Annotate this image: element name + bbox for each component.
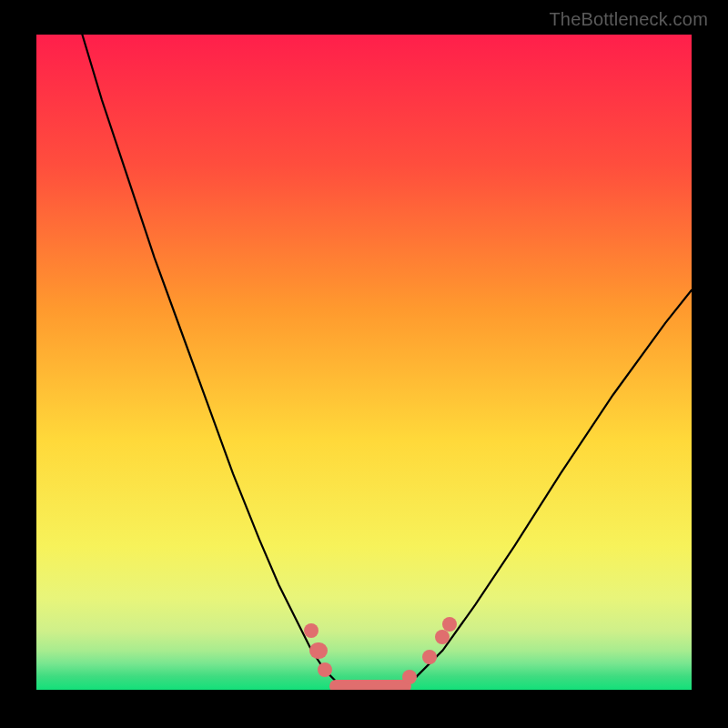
curve-right (417, 290, 692, 677)
curve-left (82, 35, 338, 683)
marker-dot (442, 617, 457, 632)
bottleneck-curve (36, 35, 692, 690)
marker-pill-small (309, 642, 328, 659)
chart-frame: TheBottleneck.com (0, 0, 728, 728)
watermark-label: TheBottleneck.com (549, 9, 708, 30)
marker-dot (422, 650, 437, 664)
marker-dot (402, 670, 417, 684)
plot-area (36, 35, 692, 690)
marker-pill (329, 680, 411, 690)
